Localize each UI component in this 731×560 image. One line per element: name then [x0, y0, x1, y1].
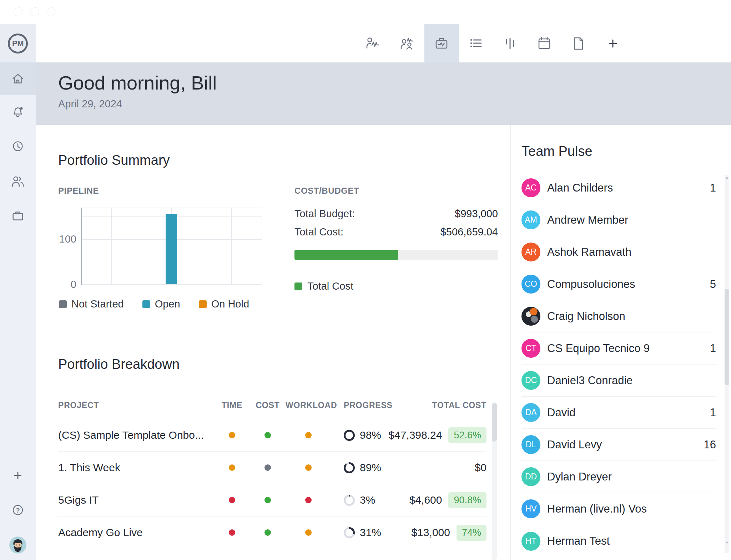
board-view-button[interactable] [493, 24, 527, 63]
person-activity-view-button[interactable] [356, 24, 390, 63]
avatar: AC [521, 178, 540, 197]
app-logo[interactable]: PM [0, 24, 36, 63]
budget-pct-badge: 74% [457, 525, 487, 541]
board-view-icon [502, 36, 518, 51]
y-tick-100: 100 [59, 233, 76, 245]
total-budget-row: Total Budget: $993,000 [294, 208, 498, 220]
pipeline-bar-chart[interactable]: 100 0 [81, 208, 262, 285]
table-scrollbar-thumb[interactable] [492, 403, 497, 442]
member-name: Ashok Ramavath [547, 246, 716, 259]
workload-health-dot [305, 432, 312, 438]
portfolio-health-view-button[interactable] [424, 24, 459, 63]
workload-health-dot [305, 529, 312, 536]
cost-budget-label: COST/BUDGET [294, 186, 498, 196]
progress-ring [344, 430, 355, 441]
time-health-dot [229, 432, 235, 438]
portfolio-breakdown-title: Portfolio Breakdown [58, 357, 510, 372]
calendar-view-button[interactable] [527, 24, 561, 63]
team-pulse-scrollbar[interactable]: ▲ ▼ [725, 175, 729, 553]
team-member-row[interactable]: DL David Levy 16 [521, 429, 716, 461]
scroll-down-icon[interactable]: ▼ [725, 541, 729, 545]
member-name: Herman Test [547, 535, 716, 548]
page-view-icon [571, 36, 586, 51]
member-count: 1 [710, 342, 716, 355]
add-view-button[interactable] [596, 24, 630, 63]
page-view-button[interactable] [561, 24, 596, 63]
cost-health-dot [264, 529, 271, 536]
table-row[interactable]: 5Gigs IT 3% $4,60090.8% [58, 484, 487, 516]
progress-ring [344, 462, 355, 473]
sidebar-item-home[interactable] [0, 62, 36, 95]
cost-health-dot [264, 497, 271, 503]
sidebar-help-button[interactable]: ? [0, 493, 36, 527]
team-member-row[interactable]: DD Dylan Dreyer [521, 461, 716, 493]
team-pulse-list: AC Alan Childers 1 AM Andrew Member AR A… [521, 172, 716, 557]
open-projects-bar[interactable] [166, 214, 177, 284]
team-member-row[interactable]: HT Herman Test [521, 525, 716, 557]
recent-clock-icon [10, 139, 25, 154]
project-name[interactable]: (CS) Sample Template Onbo... [58, 429, 214, 441]
table-header: PROJECT TIME COST WORKLOAD PROGRESS TOTA… [58, 401, 487, 419]
project-name[interactable]: Academy Go Live [58, 526, 214, 539]
table-row[interactable]: (CS) Sample Template Onbo... 98% $47,398… [58, 419, 487, 451]
person-activity-icon [365, 36, 381, 51]
member-name: Alan Childers [547, 182, 710, 194]
portfolio-summary-title: Portfolio Summary [58, 153, 510, 168]
plus-icon [10, 468, 25, 483]
user-avatar [9, 536, 27, 554]
table-scrollbar[interactable] [492, 402, 497, 560]
help-icon: ? [10, 503, 25, 518]
team-member-row[interactable]: Craig Nicholson [521, 300, 716, 332]
team-member-row[interactable]: HV Herman (live.nl) Vos [521, 493, 716, 525]
table-row[interactable]: 1. This Week 89% $0 [58, 451, 487, 484]
member-name: Daniel3 Conradie [547, 374, 716, 387]
team-member-row[interactable]: DC Daniel3 Conradie [521, 365, 716, 397]
team-pulse-scrollbar-thumb[interactable] [725, 289, 729, 385]
team-member-row[interactable]: CT CS Equipo Tecnico 9 1 [521, 332, 716, 365]
team-member-row[interactable]: AR Ashok Ramavath [521, 236, 716, 268]
member-name: Andrew Member [547, 214, 716, 226]
team-member-row[interactable]: AM Andrew Member [521, 204, 716, 236]
window-top-strip [0, 0, 731, 24]
notifications-bell-icon [10, 105, 25, 120]
sidebar-item-notifications[interactable] [0, 96, 36, 129]
cost-progress-bar [294, 250, 498, 260]
avatar-photo [521, 307, 540, 326]
team-member-row[interactable]: AC Alan Childers 1 [521, 172, 716, 204]
time-health-dot [229, 464, 235, 471]
section-divider [58, 336, 498, 336]
legend-item-not-started: Not Started [59, 298, 124, 310]
total-cost-swatch [294, 282, 302, 290]
team-activity-view-button[interactable] [390, 24, 424, 63]
time-health-dot [229, 529, 235, 536]
on-hold-swatch [199, 300, 207, 308]
scroll-up-icon[interactable]: ▲ [725, 175, 729, 179]
window-control-icon [30, 7, 39, 16]
total-cost-value: $506,659.04 [440, 226, 498, 238]
page-title: Good morning, Bill [58, 72, 731, 94]
home-icon [10, 71, 25, 86]
sidebar-add-button[interactable] [0, 459, 36, 492]
sidebar-user-avatar[interactable] [0, 528, 36, 560]
project-name[interactable]: 1. This Week [58, 462, 214, 474]
app-window: PM [0, 0, 731, 560]
legend-item-on-hold: On Hold [199, 298, 249, 310]
team-people-icon [10, 174, 25, 189]
list-view-button[interactable] [459, 24, 493, 63]
member-name: CS Equipo Tecnico 9 [547, 342, 710, 355]
sidebar-item-team[interactable] [0, 165, 36, 198]
avatar: DL [521, 435, 540, 454]
project-name[interactable]: 5Gigs IT [58, 494, 214, 506]
team-member-row[interactable]: DA David 1 [521, 397, 716, 429]
total-cost-row: Total Cost: $506,659.04 [294, 226, 498, 238]
sidebar-item-projects[interactable] [0, 199, 36, 232]
cost-progress-fill [294, 250, 398, 260]
sidebar-item-recent[interactable] [0, 129, 36, 163]
team-member-row[interactable]: CO Compusoluciones 5 [521, 268, 716, 300]
total-cost-cell: $13,000 [412, 526, 450, 539]
add-plus-icon [605, 36, 621, 51]
avatar: AM [521, 210, 540, 229]
avatar: DC [521, 371, 540, 390]
avatar: HT [521, 532, 540, 551]
table-row[interactable]: Academy Go Live 31% $13,00074% [58, 516, 487, 549]
